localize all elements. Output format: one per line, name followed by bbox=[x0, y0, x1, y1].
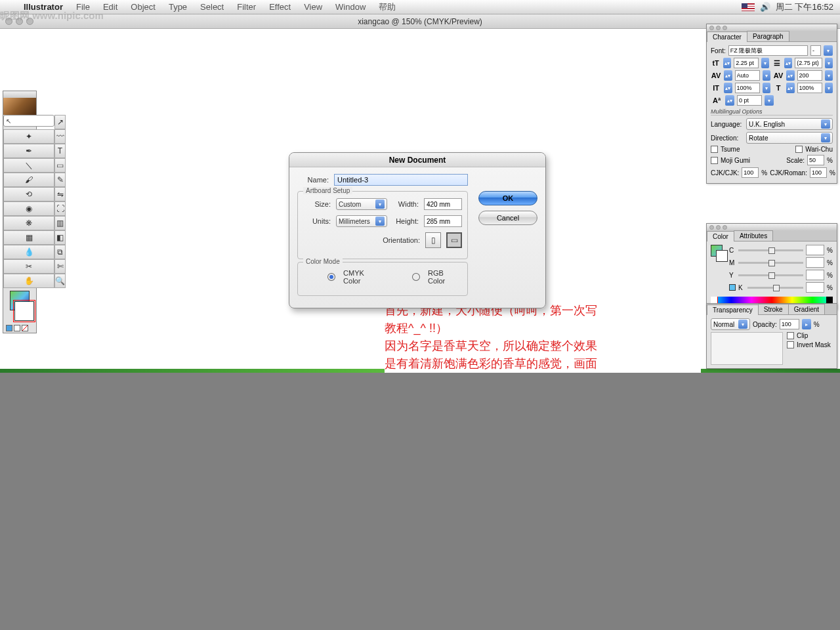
k-slider[interactable] bbox=[747, 287, 803, 289]
kerning-input[interactable] bbox=[735, 70, 760, 81]
type-tool[interactable]: T bbox=[54, 144, 66, 158]
stroke-swatch[interactable] bbox=[14, 301, 34, 321]
k-input[interactable] bbox=[806, 282, 824, 293]
rotate-tool[interactable]: ⟲ bbox=[3, 187, 54, 201]
hscale-input[interactable] bbox=[797, 83, 822, 93]
clip-checkbox[interactable] bbox=[787, 332, 794, 339]
reflect-tool[interactable]: ⇋ bbox=[54, 187, 66, 201]
y-input[interactable] bbox=[806, 270, 824, 280]
y-slider[interactable] bbox=[738, 274, 803, 276]
lasso-tool[interactable]: 〰 bbox=[54, 129, 66, 144]
free-transform-tool[interactable]: ⛶ bbox=[54, 201, 66, 216]
orientation-landscape[interactable]: ▭ bbox=[446, 232, 462, 248]
graph-tool[interactable]: ▥ bbox=[54, 216, 66, 230]
blend-tool[interactable]: ⧉ bbox=[54, 245, 66, 259]
leading-menu[interactable]: ▾ bbox=[825, 58, 833, 68]
cjkcjk-input[interactable] bbox=[742, 167, 759, 178]
direct-selection-tool[interactable]: ↗ bbox=[54, 115, 66, 129]
tab-character[interactable]: Character bbox=[707, 32, 747, 42]
screen-mode-standard[interactable] bbox=[6, 325, 12, 331]
menu-filter[interactable]: Filter bbox=[230, 2, 262, 12]
font-size-input[interactable] bbox=[734, 58, 759, 68]
kern-stepper[interactable]: ▴▾ bbox=[724, 70, 732, 81]
tab-stroke[interactable]: Stroke bbox=[758, 304, 789, 314]
zoom-tool[interactable]: 🔍 bbox=[54, 274, 66, 288]
cancel-button[interactable]: Cancel bbox=[478, 211, 537, 225]
paintbrush-tool[interactable]: 🖌 bbox=[3, 173, 54, 187]
cmyk-radio[interactable] bbox=[327, 273, 335, 281]
kern-menu[interactable]: ▾ bbox=[763, 70, 770, 81]
hscale-menu[interactable]: ▾ bbox=[825, 83, 833, 93]
baseline-stepper[interactable]: ▴▾ bbox=[725, 95, 734, 106]
m-slider[interactable] bbox=[738, 262, 803, 264]
vscale-input[interactable] bbox=[735, 83, 760, 93]
tab-transparency[interactable]: Transparency bbox=[707, 304, 759, 315]
eyedropper-tool[interactable]: 💧 bbox=[3, 245, 54, 259]
rgb-radio[interactable] bbox=[412, 273, 420, 281]
language-select[interactable]: U.K. English▾ bbox=[746, 118, 833, 130]
font-style-menu[interactable]: ▾ bbox=[824, 45, 833, 56]
menu-effect[interactable]: Effect bbox=[262, 2, 297, 12]
slice-tool[interactable]: ✂ bbox=[3, 259, 54, 274]
pen-tool[interactable]: ✒ bbox=[3, 144, 54, 158]
name-input[interactable] bbox=[334, 174, 468, 186]
menu-select[interactable]: Select bbox=[194, 2, 230, 12]
menu-view[interactable]: View bbox=[297, 2, 329, 12]
c-slider[interactable] bbox=[738, 249, 803, 251]
ok-button[interactable]: OK bbox=[478, 191, 537, 205]
font-style-input[interactable] bbox=[810, 45, 821, 56]
tsume-checkbox[interactable] bbox=[711, 146, 718, 153]
hscale-stepper[interactable]: ▴▾ bbox=[786, 83, 794, 93]
color-stroke-swatch[interactable] bbox=[716, 250, 728, 262]
tracking-input[interactable] bbox=[797, 70, 822, 81]
blend-mode-select[interactable]: Normal▾ bbox=[711, 318, 750, 330]
opacity-menu[interactable]: ▸ bbox=[802, 319, 811, 329]
leading-input[interactable] bbox=[795, 58, 822, 68]
pencil-tool[interactable]: ✎ bbox=[54, 173, 66, 187]
track-stepper[interactable]: ▴▾ bbox=[786, 70, 794, 81]
volume-icon[interactable]: 🔊 bbox=[760, 2, 770, 12]
tab-attributes[interactable]: Attributes bbox=[734, 230, 773, 241]
hand-tool[interactable]: ✋ bbox=[3, 274, 54, 288]
scale-input[interactable] bbox=[807, 155, 824, 165]
gradient-tool[interactable]: ◧ bbox=[54, 230, 66, 245]
invert-checkbox[interactable] bbox=[787, 341, 794, 348]
track-menu[interactable]: ▾ bbox=[825, 70, 833, 81]
baseline-menu[interactable]: ▾ bbox=[765, 95, 774, 106]
height-input[interactable] bbox=[424, 215, 462, 227]
line-tool[interactable]: ＼ bbox=[3, 158, 54, 173]
input-flag-icon[interactable] bbox=[742, 3, 755, 11]
leading-stepper[interactable]: ▴▾ bbox=[784, 58, 792, 68]
c-input[interactable] bbox=[806, 245, 824, 255]
size-menu[interactable]: ▾ bbox=[761, 58, 769, 68]
menu-window[interactable]: Window bbox=[329, 2, 372, 12]
warichu-checkbox[interactable] bbox=[795, 146, 803, 153]
menu-type[interactable]: Type bbox=[162, 2, 194, 12]
size-select[interactable]: Custom▾ bbox=[336, 198, 387, 210]
baseline-input[interactable] bbox=[737, 95, 762, 106]
symbol-sprayer-tool[interactable]: ❋ bbox=[3, 216, 54, 230]
selection-tool[interactable]: ↖ bbox=[3, 115, 54, 127]
cjkroman-input[interactable] bbox=[810, 167, 827, 178]
screen-mode-full-menu[interactable] bbox=[14, 325, 20, 331]
mojigumi-checkbox[interactable] bbox=[711, 157, 718, 164]
menu-object[interactable]: Object bbox=[124, 2, 162, 12]
menu-help[interactable]: 帮助 bbox=[372, 1, 402, 13]
tab-color[interactable]: Color bbox=[707, 231, 734, 242]
font-family-input[interactable] bbox=[728, 45, 808, 56]
opacity-input[interactable] bbox=[780, 319, 799, 329]
mesh-tool[interactable]: ▦ bbox=[3, 230, 54, 245]
tab-paragraph[interactable]: Paragraph bbox=[747, 31, 789, 41]
magic-wand-tool[interactable]: ✦ bbox=[3, 129, 54, 144]
m-input[interactable] bbox=[806, 257, 824, 268]
width-input[interactable] bbox=[424, 198, 462, 210]
warp-tool[interactable]: ◉ bbox=[3, 201, 54, 216]
units-select[interactable]: Millimeters▾ bbox=[336, 215, 387, 227]
tab-gradient[interactable]: Gradient bbox=[788, 304, 825, 314]
rectangle-tool[interactable]: ▭ bbox=[54, 158, 66, 173]
vscale-stepper[interactable]: ▴▾ bbox=[724, 83, 732, 93]
vscale-menu[interactable]: ▾ bbox=[763, 83, 770, 93]
orientation-portrait[interactable]: ▯ bbox=[425, 232, 441, 248]
scissors-tool[interactable]: ✄ bbox=[54, 259, 66, 274]
screen-mode-full[interactable] bbox=[22, 325, 28, 331]
